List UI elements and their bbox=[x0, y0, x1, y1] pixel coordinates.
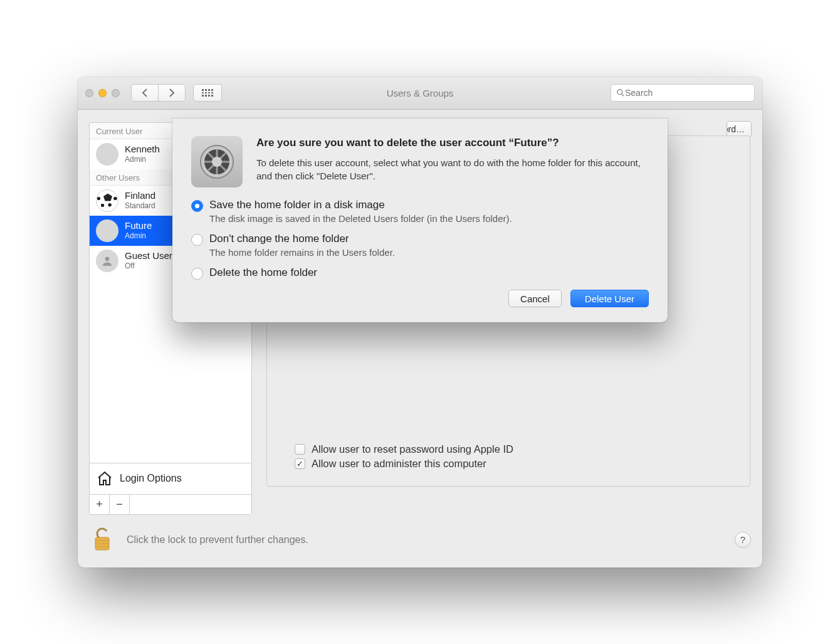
svg-point-2 bbox=[105, 256, 110, 261]
minimize-window[interactable] bbox=[98, 89, 107, 97]
radio-dont-change[interactable]: Don't change the home folder The home fo… bbox=[191, 233, 649, 258]
radio-label: Don't change the home folder bbox=[209, 233, 395, 245]
sheet-title: Are you sure you want to delete the user… bbox=[256, 136, 649, 150]
add-remove-bar: + − bbox=[90, 494, 251, 514]
allow-reset-label: Allow user to reset password using Apple… bbox=[312, 443, 513, 455]
user-role: Admin bbox=[125, 155, 160, 164]
user-role: Standard bbox=[125, 201, 155, 210]
avatar bbox=[96, 250, 118, 272]
user-role: Admin bbox=[125, 231, 152, 240]
svg-point-0 bbox=[617, 90, 622, 95]
delete-user-button[interactable]: Delete User bbox=[570, 290, 649, 307]
radio-group: Save the home folder in a disk image The… bbox=[191, 199, 649, 280]
radio-button[interactable] bbox=[191, 200, 203, 212]
avatar bbox=[96, 143, 118, 166]
svg-line-1 bbox=[622, 94, 624, 96]
allow-admin-label: Allow user to administer this computer bbox=[312, 458, 486, 470]
user-role: Off bbox=[125, 261, 172, 270]
grid-icon bbox=[202, 89, 213, 97]
svg-point-13 bbox=[212, 157, 222, 167]
person-icon bbox=[101, 255, 113, 267]
close-window[interactable] bbox=[85, 89, 93, 97]
user-name: Future bbox=[125, 221, 152, 231]
login-options-label: Login Options bbox=[120, 473, 182, 484]
forward-button[interactable] bbox=[158, 84, 186, 102]
delete-user-sheet: Are you sure you want to delete the user… bbox=[172, 119, 668, 323]
search-icon bbox=[616, 88, 625, 97]
checkbox[interactable] bbox=[295, 458, 305, 469]
radio-save-disk-image[interactable]: Save the home folder in a disk image The… bbox=[191, 199, 649, 224]
traffic-lights bbox=[85, 89, 120, 97]
user-name: Kenneth bbox=[125, 144, 160, 155]
avatar bbox=[96, 219, 118, 242]
help-button[interactable]: ? bbox=[735, 532, 751, 548]
lock-button[interactable] bbox=[89, 527, 115, 552]
system-preferences-icon bbox=[191, 136, 243, 187]
radio-button[interactable] bbox=[191, 268, 203, 280]
radio-description: The disk image is saved in the Deleted U… bbox=[209, 213, 512, 224]
add-user-button[interactable]: + bbox=[90, 495, 110, 514]
titlebar: Users & Groups bbox=[78, 77, 762, 110]
remove-user-button[interactable]: − bbox=[110, 495, 130, 514]
zoom-window[interactable] bbox=[112, 89, 120, 97]
show-all-button[interactable] bbox=[193, 84, 222, 102]
house-icon bbox=[96, 470, 113, 487]
cancel-button[interactable]: Cancel bbox=[508, 290, 562, 307]
login-options-row[interactable]: Login Options bbox=[90, 463, 251, 494]
avatar bbox=[96, 189, 118, 212]
back-button[interactable] bbox=[131, 84, 159, 102]
footer: Click the lock to prevent further change… bbox=[89, 515, 751, 559]
user-name: Guest User bbox=[125, 251, 172, 261]
footer-text: Click the lock to prevent further change… bbox=[127, 534, 308, 546]
allow-admin-row[interactable]: Allow user to administer this computer bbox=[295, 458, 513, 470]
nav-buttons bbox=[131, 84, 186, 102]
preferences-window: Users & Groups Current User Kenneth bbox=[78, 77, 762, 567]
radio-description: The home folder remains in the Users fol… bbox=[209, 247, 395, 258]
radio-label: Delete the home folder bbox=[209, 267, 317, 279]
change-password-button[interactable]: Change Password… bbox=[727, 121, 752, 137]
radio-delete-folder[interactable]: Delete the home folder bbox=[191, 267, 649, 280]
radio-button[interactable] bbox=[191, 234, 203, 246]
checkbox[interactable] bbox=[295, 444, 305, 455]
search-input[interactable] bbox=[625, 88, 749, 98]
search-field[interactable] bbox=[611, 84, 755, 102]
user-name: Finland bbox=[125, 191, 155, 201]
radio-label: Save the home folder in a disk image bbox=[209, 199, 512, 211]
allow-reset-row[interactable]: Allow user to reset password using Apple… bbox=[295, 443, 513, 455]
sheet-subtitle: To delete this user account, select what… bbox=[256, 156, 649, 182]
